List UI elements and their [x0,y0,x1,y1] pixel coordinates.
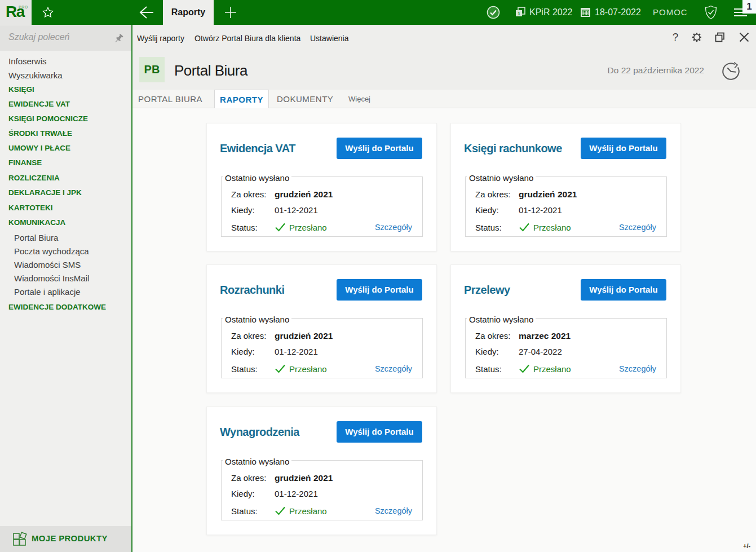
svg-text:?: ? [673,31,679,43]
svg-text:1: 1 [518,11,520,16]
